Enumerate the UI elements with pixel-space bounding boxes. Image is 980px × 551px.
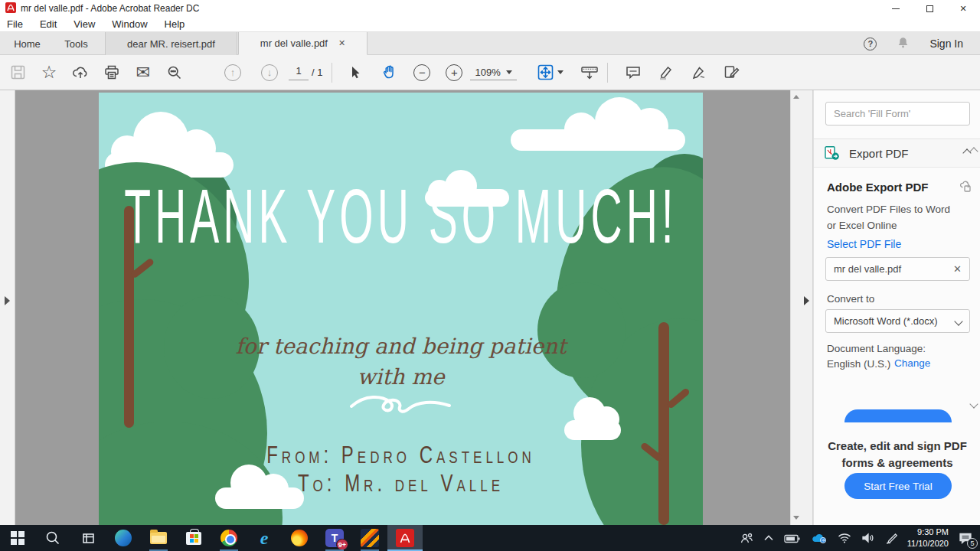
menu-help[interactable]: Help (165, 18, 185, 30)
select-tool-icon[interactable] (345, 61, 368, 84)
file-explorer-icon (150, 532, 167, 544)
edge-button[interactable] (106, 525, 141, 551)
zoom-level-dropdown[interactable]: 109% (470, 65, 516, 80)
taskbar: e T 9+ (0, 525, 980, 551)
acrobat-window: mr del valle.pdf - Adobe Acrobat Reader … (0, 0, 980, 551)
menu-file[interactable]: File (7, 18, 23, 30)
volume-icon[interactable] (861, 533, 875, 543)
tab-home[interactable]: Home (6, 32, 48, 55)
highlight-icon[interactable] (655, 61, 678, 84)
taskbar-search-button[interactable] (35, 525, 70, 551)
cloud-upload-icon[interactable] (69, 61, 92, 84)
onedrive-icon[interactable] (811, 533, 828, 543)
zoom-out-icon[interactable]: − (410, 61, 433, 84)
tray-chevron-up-icon[interactable] (763, 534, 774, 542)
start-free-trial-button[interactable]: Start Free Trial (844, 473, 952, 499)
right-pane-toggle-icon[interactable] (804, 296, 809, 305)
document-language-label: Document Language: (827, 343, 926, 354)
left-pane-toggle-icon[interactable] (5, 296, 10, 305)
toolbar: ☆ ✉ ↑ ↓ 1 / 1 − + (0, 55, 980, 90)
start-button[interactable] (0, 525, 35, 551)
teams-button[interactable]: T 9+ (317, 525, 352, 551)
task-view-icon (80, 531, 96, 545)
fit-page-icon[interactable] (535, 61, 566, 84)
wifi-icon[interactable] (838, 533, 851, 543)
comment-icon[interactable] (622, 61, 645, 84)
menu-edit[interactable]: Edit (40, 18, 57, 30)
teams-badge: 9+ (336, 539, 348, 550)
windows-ink-icon[interactable] (885, 533, 897, 544)
window-title: mr del valle.pdf - Adobe Acrobat Reader … (21, 3, 199, 14)
convert-to-label: Convert to (827, 293, 874, 305)
page-number-input[interactable]: 1 (289, 65, 309, 80)
internet-explorer-button[interactable]: e (247, 525, 282, 551)
minimize-button[interactable] (879, 0, 913, 17)
hand-tool-icon[interactable] (378, 61, 401, 84)
promo-text: Create, edit and sign PDF forms & agreem… (825, 438, 970, 471)
tab-mr-del-valle[interactable]: mr del valle.pdf ✕ (238, 32, 368, 55)
scroll-down-icon[interactable] (793, 516, 799, 520)
taskbar-clock[interactable]: 9:30 PM 11/10/2020 (907, 527, 949, 549)
previous-page-icon[interactable]: ↑ (221, 61, 244, 84)
battery-icon[interactable] (784, 533, 801, 543)
print-icon[interactable] (100, 61, 123, 84)
more-tools-icon[interactable] (720, 61, 743, 84)
adobe-export-pdf-title: Adobe Export PDF (827, 181, 929, 194)
page-count-label: / 1 (312, 67, 322, 78)
pdf-page[interactable]: THANK YOU SO MUCH! for teaching and bein… (99, 93, 703, 525)
zoom-in-icon[interactable]: + (443, 61, 466, 84)
teams-icon: T 9+ (325, 529, 344, 547)
people-icon[interactable] (740, 532, 753, 544)
export-pdf-icon (825, 146, 840, 161)
next-page-icon[interactable]: ↓ (258, 61, 281, 84)
favorite-star-icon[interactable]: ☆ (38, 61, 60, 84)
notification-count-badge: 5 (967, 538, 978, 549)
toolbar-divider (607, 63, 608, 83)
email-icon[interactable]: ✉ (132, 61, 155, 84)
search-input[interactable] (825, 102, 970, 126)
maximize-button[interactable] (913, 0, 946, 17)
fill-sign-icon[interactable] (688, 61, 710, 84)
sidebar-scroll-up-icon[interactable] (971, 144, 978, 152)
export-pdf-header[interactable]: Export PDF (814, 139, 980, 168)
select-pdf-file-link[interactable]: Select PDF File (827, 238, 901, 250)
scroll-up-icon[interactable] (793, 95, 799, 99)
sidebar-scroll-down-icon[interactable] (971, 396, 978, 404)
card-to-line: To: Mr. del Valle (99, 470, 703, 497)
close-button[interactable]: ✕ (946, 0, 980, 17)
clock-time: 9:30 PM (907, 527, 949, 538)
tab-dear-mr-reisert[interactable]: dear MR. reisert.pdf (105, 32, 237, 55)
tab-tools[interactable]: Tools (55, 32, 97, 55)
microsoft-store-button[interactable] (176, 525, 211, 551)
card-message-line1: for teaching and being patient (99, 334, 703, 359)
change-language-link[interactable]: Change (894, 357, 930, 369)
promo-section: Create, edit and sign PDF forms & agreem… (814, 422, 980, 525)
toolbar-divider (332, 63, 332, 83)
store-icon (186, 532, 201, 545)
menu-window[interactable]: Window (112, 18, 147, 30)
remove-file-icon[interactable]: ✕ (953, 263, 962, 275)
document-scrollbar[interactable] (790, 90, 801, 525)
left-pane-strip (0, 90, 15, 525)
selected-file-box: mr del valle.pdf ✕ (825, 257, 970, 281)
firefox-icon (291, 530, 308, 546)
firefox-button[interactable] (282, 525, 317, 551)
action-center-button[interactable]: 5 (959, 532, 972, 544)
convert-format-dropdown[interactable]: Microsoft Word (*.docx) (825, 309, 970, 333)
task-view-button[interactable] (70, 525, 106, 551)
scrolling-mode-icon[interactable] (578, 61, 601, 84)
notification-bell-icon[interactable] (897, 36, 910, 51)
tab-close-icon[interactable]: ✕ (338, 38, 345, 48)
chrome-button[interactable] (211, 525, 247, 551)
help-icon[interactable]: ? (864, 37, 877, 51)
acrobat-taskbar-button[interactable] (387, 525, 423, 551)
sign-in-link[interactable]: Sign In (929, 37, 963, 50)
save-icon[interactable] (6, 61, 29, 84)
gmx-button[interactable] (352, 525, 387, 551)
edge-icon (115, 530, 132, 546)
convert-button-partial[interactable] (844, 409, 952, 422)
menu-view[interactable]: View (74, 18, 95, 30)
file-explorer-button[interactable] (141, 525, 176, 551)
search-icon[interactable] (163, 61, 186, 84)
card-from-line: From: Pedro Castellon (99, 442, 703, 469)
